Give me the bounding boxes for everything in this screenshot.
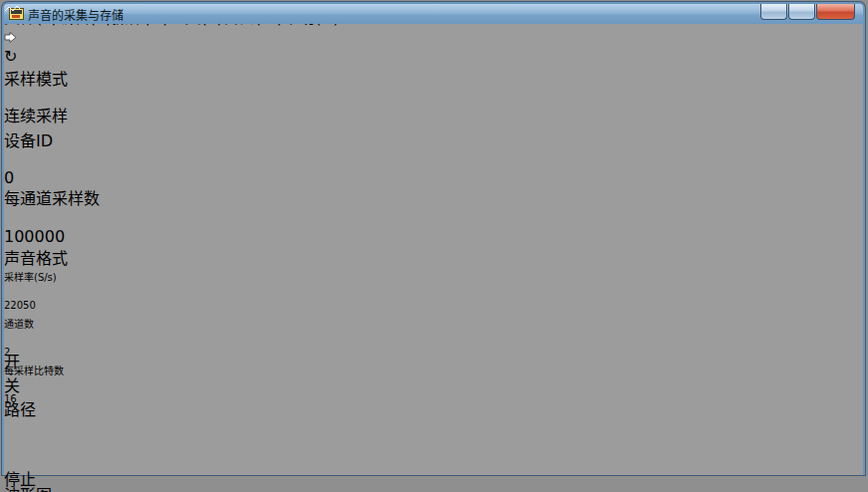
device-id-spinner[interactable]: [4, 151, 863, 168]
sample-rate-label: 采样率(S/s): [4, 269, 105, 284]
samples-per-channel-label: 每通道采样数: [4, 185, 863, 209]
continuous-run-button[interactable]: ↻: [4, 47, 863, 66]
sampling-mode-spinner[interactable]: [4, 90, 863, 109]
device-id-field[interactable]: 0: [4, 168, 53, 185]
sampling-mode-label: 采样模式: [4, 66, 863, 90]
path-type-icon: [4, 420, 863, 435]
run-icon: [4, 32, 17, 43]
run-button[interactable]: [4, 28, 863, 47]
samples-per-channel-field[interactable]: 100000: [4, 227, 86, 245]
close-button[interactable]: [816, 4, 855, 20]
stop-button[interactable]: 停止: [4, 466, 36, 482]
sound-format-cluster: 采样率(S/s) 22050 通道数 2 每采样比特数 16: [4, 269, 105, 349]
channels-spinner[interactable]: [4, 331, 12, 347]
samples-per-channel-spinner[interactable]: [4, 209, 863, 227]
sample-rate-spinner[interactable]: [4, 284, 12, 300]
toolbar: ↻: [4, 28, 863, 66]
device-id-label: 设备ID: [4, 127, 863, 151]
window-title: 声音的采集与存储: [28, 6, 124, 23]
sound-format-label: 声音格式: [4, 245, 863, 269]
front-panel: 采样模式 连续采样 设备ID 0 每通道采样数 100000 声音格式 采样率(…: [4, 66, 863, 492]
browse-button[interactable]: [4, 450, 23, 466]
path-field[interactable]: [4, 435, 140, 450]
sampling-mode-ring[interactable]: 连续采样: [4, 109, 91, 127]
path-label: 路径: [4, 396, 863, 420]
title-bar[interactable]: 声音的采集与存储: [4, 4, 863, 24]
maximize-button[interactable]: [788, 4, 815, 20]
channels-label: 通道数: [4, 316, 105, 331]
off-label: 关: [4, 372, 863, 396]
on-label: 开: [4, 349, 863, 372]
labview-window: 声音的采集与存储 文件(F)编辑(E)操作(O)工具(T)窗口(W)帮助(H) …: [2, 2, 865, 475]
sample-rate-field[interactable]: 22050: [4, 300, 64, 316]
chart-title: 波形图: [4, 482, 863, 492]
minimize-button[interactable]: [760, 4, 787, 20]
